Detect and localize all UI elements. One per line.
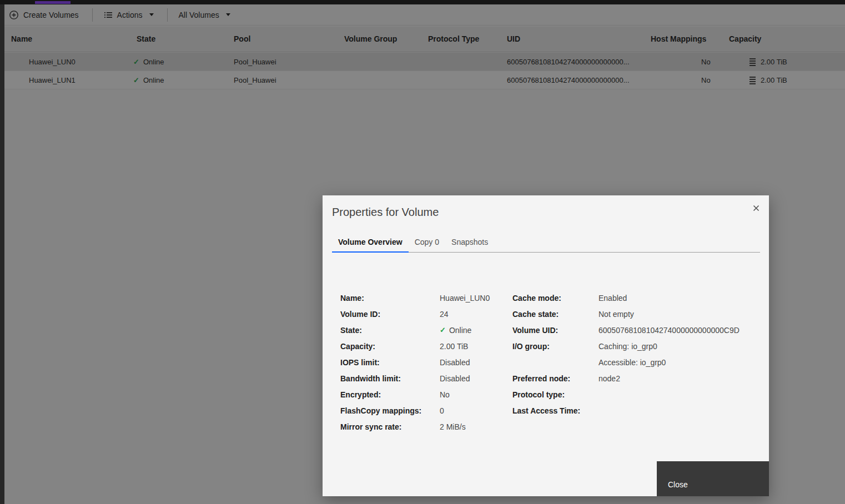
property-label: Mirror sync rate: bbox=[340, 422, 440, 431]
property-row: IOPS limit: Disabled bbox=[340, 354, 490, 370]
property-row: Volume ID: 24 bbox=[340, 306, 490, 322]
close-icon bbox=[752, 204, 760, 212]
property-value: Enabled bbox=[598, 294, 627, 303]
property-label: Cache mode: bbox=[512, 294, 598, 303]
property-value: Caching: io_grp0 bbox=[598, 342, 657, 351]
close-button[interactable]: Close bbox=[657, 461, 769, 496]
property-value: ✓ Online bbox=[440, 326, 471, 335]
property-label: Last Access Time: bbox=[512, 406, 598, 415]
property-label: Volume UID: bbox=[512, 326, 598, 335]
volume-properties-left-column: Name: Huawei_LUN0 Volume ID: 24 State: ✓… bbox=[340, 290, 490, 435]
property-row: I/O group: Caching: io_grp0 bbox=[512, 338, 740, 354]
tab-copy-0[interactable]: Copy 0 bbox=[409, 232, 445, 253]
property-label: Capacity: bbox=[340, 342, 440, 351]
property-label: Preferred node: bbox=[512, 374, 598, 383]
property-label: Cache state: bbox=[512, 310, 598, 319]
property-label: Encrypted: bbox=[340, 390, 440, 399]
state-value: Online bbox=[449, 326, 471, 335]
property-row: Protocol type: bbox=[512, 386, 740, 402]
property-label: Name: bbox=[340, 294, 440, 303]
modal-tabs: Volume Overview Copy 0 Snapshots bbox=[332, 232, 760, 253]
property-row: Accessible: io_grp0 bbox=[512, 354, 740, 370]
property-row: Name: Huawei_LUN0 bbox=[340, 290, 490, 306]
modal-close-button[interactable] bbox=[747, 199, 765, 217]
property-row: State: ✓ Online bbox=[340, 322, 490, 338]
property-value: 2.00 TiB bbox=[440, 342, 468, 351]
app-window: Create Volumes Actions All Volumes Name … bbox=[0, 0, 845, 504]
property-value: Disabled bbox=[440, 358, 470, 367]
tab-volume-overview[interactable]: Volume Overview bbox=[332, 232, 409, 253]
property-row: Bandwidth limit: Disabled bbox=[340, 370, 490, 386]
property-value: node2 bbox=[598, 374, 620, 383]
property-row: Cache state: Not empty bbox=[512, 306, 740, 322]
property-value: Not empty bbox=[598, 310, 634, 319]
property-value: 60050768108104274000000000000C9D bbox=[598, 326, 740, 335]
status-ok-icon: ✓ bbox=[440, 326, 446, 334]
property-value: Huawei_LUN0 bbox=[440, 294, 490, 303]
property-label: Protocol type: bbox=[512, 390, 598, 399]
property-value: Accessible: io_grp0 bbox=[598, 358, 666, 367]
property-value: 0 bbox=[440, 406, 444, 415]
property-row: Cache mode: Enabled bbox=[512, 290, 740, 306]
property-label: I/O group: bbox=[512, 342, 598, 351]
property-value: 2 MiB/s bbox=[440, 422, 466, 431]
property-row: Preferred node: node2 bbox=[512, 370, 740, 386]
properties-for-volume-modal: Properties for Volume Volume Overview Co… bbox=[323, 195, 769, 496]
property-row: Mirror sync rate: 2 MiB/s bbox=[340, 419, 490, 435]
property-value: No bbox=[440, 390, 450, 399]
property-row: Capacity: 2.00 TiB bbox=[340, 338, 490, 354]
property-row: Volume UID: 6005076810810427400000000000… bbox=[512, 322, 740, 338]
property-label: FlashCopy mappings: bbox=[340, 406, 440, 415]
property-row: FlashCopy mappings: 0 bbox=[340, 402, 490, 419]
tab-snapshots[interactable]: Snapshots bbox=[445, 232, 494, 253]
property-label: State: bbox=[340, 326, 440, 335]
property-row: Last Access Time: bbox=[512, 402, 740, 419]
property-label: Bandwidth limit: bbox=[340, 374, 440, 383]
property-value: Disabled bbox=[440, 374, 470, 383]
modal-title: Properties for Volume bbox=[332, 206, 439, 219]
property-label: Volume ID: bbox=[340, 310, 440, 319]
property-value: 24 bbox=[440, 310, 449, 319]
property-label: IOPS limit: bbox=[340, 358, 440, 367]
property-row: Encrypted: No bbox=[340, 386, 490, 402]
volume-properties-right-column: Cache mode: Enabled Cache state: Not emp… bbox=[512, 290, 740, 419]
